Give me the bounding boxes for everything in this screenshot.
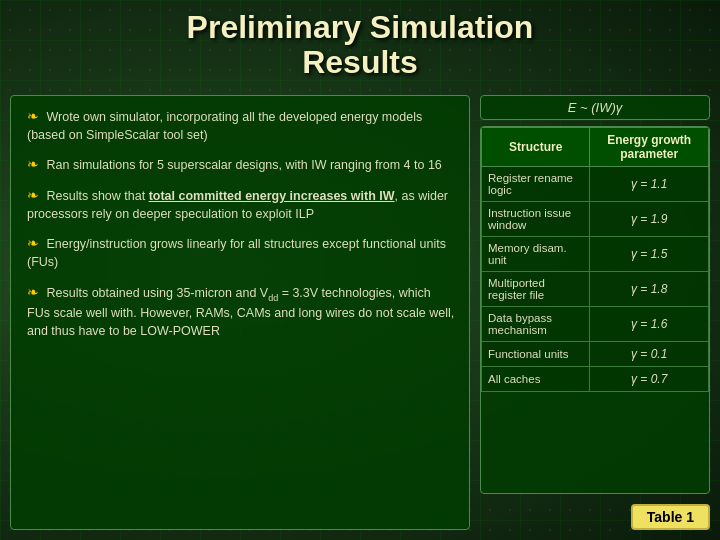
bullet-icon-3: ❧ xyxy=(27,187,39,203)
table-label: Table 1 xyxy=(631,504,710,530)
bullet-icon-1: ❧ xyxy=(27,108,39,124)
bullet-icon-2: ❧ xyxy=(27,156,39,172)
gamma-cell: γ = 1.6 xyxy=(590,307,709,342)
gamma-cell: γ = 0.7 xyxy=(590,367,709,392)
content-area: ❧ Wrote own simulator, incorporating all… xyxy=(10,95,710,530)
table-row: All cachesγ = 0.7 xyxy=(482,367,709,392)
gamma-cell: γ = 1.9 xyxy=(590,202,709,237)
col-header-energy: Energy growth parameter xyxy=(590,128,709,167)
title-area: Preliminary Simulation Results xyxy=(10,10,710,80)
structure-cell: Multiported register file xyxy=(482,272,590,307)
data-table: Structure Energy growth parameter Regist… xyxy=(480,126,710,494)
table-row: Register rename logicγ = 1.1 xyxy=(482,167,709,202)
gamma-cell: γ = 1.8 xyxy=(590,272,709,307)
right-panel: E ~ (IW)γ Structure Energy growth parame… xyxy=(480,95,710,530)
bullet-icon-4: ❧ xyxy=(27,235,39,251)
table-row: Data bypass mechanismγ = 1.6 xyxy=(482,307,709,342)
bullet-3: ❧ Results show that total committed ener… xyxy=(23,185,457,223)
left-panel: ❧ Wrote own simulator, incorporating all… xyxy=(10,95,470,530)
structure-cell: Memory disam. unit xyxy=(482,237,590,272)
formula-box: E ~ (IW)γ xyxy=(480,95,710,120)
bullet-icon-5: ❧ xyxy=(27,284,39,300)
table-row: Multiported register fileγ = 1.8 xyxy=(482,272,709,307)
structure-cell: Register rename logic xyxy=(482,167,590,202)
col-header-structure: Structure xyxy=(482,128,590,167)
gamma-cell: γ = 1.5 xyxy=(590,237,709,272)
formula-text: E ~ (IW)γ xyxy=(568,100,623,115)
structure-cell: All caches xyxy=(482,367,590,392)
structure-cell: Instruction issue window xyxy=(482,202,590,237)
bullet-4: ❧ Energy/instruction grows linearly for … xyxy=(23,233,457,271)
bullet-1: ❧ Wrote own simulator, incorporating all… xyxy=(23,106,457,144)
bullet-2: ❧ Ran simulations for 5 superscalar desi… xyxy=(23,154,457,174)
table-row: Memory disam. unitγ = 1.5 xyxy=(482,237,709,272)
gamma-cell: γ = 0.1 xyxy=(590,342,709,367)
structure-cell: Data bypass mechanism xyxy=(482,307,590,342)
gamma-cell: γ = 1.1 xyxy=(590,167,709,202)
table-row: Functional unitsγ = 0.1 xyxy=(482,342,709,367)
table-row: Instruction issue windowγ = 1.9 xyxy=(482,202,709,237)
table-label-row: Table 1 xyxy=(480,504,710,530)
bullet-5: ❧ Results obtained using 35-micron and V… xyxy=(23,282,457,341)
structure-cell: Functional units xyxy=(482,342,590,367)
page-title: Preliminary Simulation Results xyxy=(10,10,710,80)
